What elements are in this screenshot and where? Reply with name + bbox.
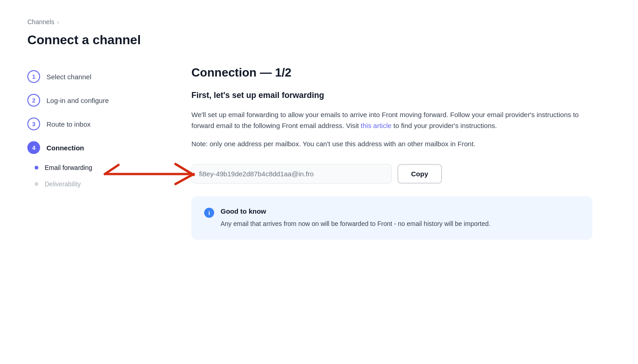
- connection-title: Connection — 1/2: [191, 66, 592, 80]
- red-arrow-annotation: [100, 160, 201, 188]
- sidebar-step-route-inbox[interactable]: 3 Route to inbox: [27, 113, 155, 135]
- info-circle-icon: i: [204, 208, 214, 218]
- note-text: Note: only one address per mailbox. You …: [191, 138, 592, 149]
- breadcrumb-chevron-icon: ›: [57, 19, 59, 26]
- info-box-text: Any email that arrives from now on will …: [221, 219, 490, 229]
- step-circle-4-active: 4: [27, 141, 40, 154]
- step-circle-3: 3: [27, 118, 40, 130]
- section-subtitle: First, let's set up email forwarding: [191, 91, 592, 100]
- step-label-login-configure: Log-in and configure: [46, 97, 109, 104]
- step-circle-2: 2: [27, 94, 40, 107]
- svg-line-2: [175, 174, 194, 184]
- sub-dot-email-forwarding: [35, 166, 38, 169]
- copy-button[interactable]: Copy: [397, 164, 442, 184]
- sub-label-email-forwarding: Email forwarding: [45, 164, 92, 171]
- info-box: i Good to know Any email that arrives fr…: [191, 196, 592, 240]
- breadcrumb: Channels ›: [27, 18, 611, 26]
- sidebar-step-select-channel[interactable]: 1 Select channel: [27, 66, 155, 87]
- sidebar: 1 Select channel 2 Log-in and configure …: [27, 66, 155, 346]
- breadcrumb-channels-link[interactable]: Channels: [27, 18, 54, 26]
- info-icon-wrapper: i: [204, 208, 214, 218]
- step-circle-1: 1: [27, 70, 40, 83]
- step-label-select-channel: Select channel: [46, 73, 91, 81]
- email-address-input[interactable]: [191, 164, 392, 184]
- email-copy-row: Copy: [191, 164, 592, 184]
- sub-dot-deliverability: [35, 182, 38, 186]
- description-paragraph: We'll set up email forwarding to allow y…: [191, 109, 592, 131]
- sidebar-step-login-configure[interactable]: 2 Log-in and configure: [27, 89, 155, 111]
- step-label-route-inbox: Route to inbox: [46, 120, 91, 128]
- sidebar-step-connection[interactable]: 4 Connection: [27, 137, 155, 159]
- main-content: Connection — 1/2 First, let's set up ema…: [191, 66, 592, 346]
- svg-line-3: [105, 165, 118, 174]
- step-label-connection: Connection: [46, 144, 84, 152]
- sub-label-deliverability: Deliverability: [45, 180, 81, 188]
- this-article-link[interactable]: this article: [361, 122, 392, 129]
- page-container: Channels › Connect a channel 1 Select ch…: [0, 0, 638, 364]
- description-text-after-link: to find your provider's instructions.: [393, 122, 497, 129]
- info-content: Good to know Any email that arrives from…: [221, 207, 490, 229]
- info-box-title: Good to know: [221, 207, 490, 215]
- content-layout: 1 Select channel 2 Log-in and configure …: [27, 66, 611, 346]
- page-title: Connect a channel: [27, 33, 611, 47]
